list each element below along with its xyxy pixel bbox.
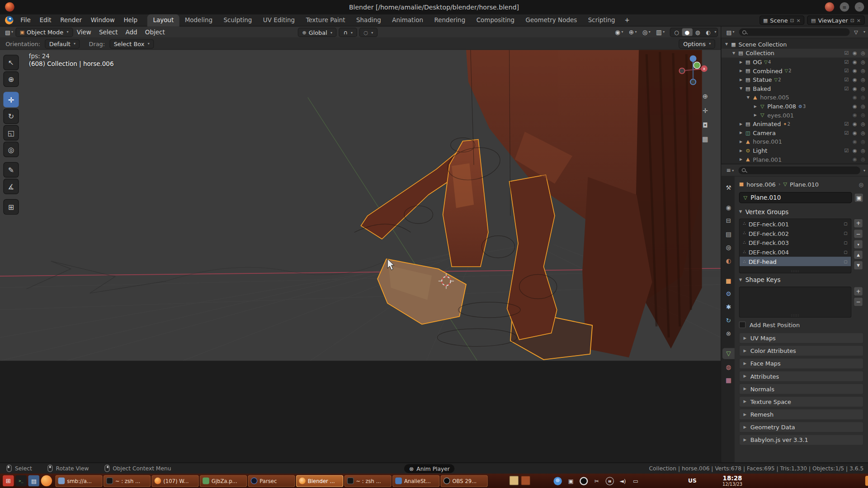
hide-viewport-toggle[interactable]: ◉ [853, 50, 857, 56]
hide-viewport-toggle[interactable]: ◉ [853, 157, 857, 162]
lock-icon[interactable]: ▢ [844, 221, 848, 226]
disable-render-toggle[interactable]: ◎ [861, 94, 865, 100]
taskbar-window-parsec[interactable]: Parsec [248, 475, 295, 487]
section-babylon-js-ver-3-3-1[interactable]: ▶Babylon.js ver 3.3.1 [739, 434, 864, 445]
viewport-canvas[interactable] [0, 50, 721, 361]
lock-icon[interactable]: ▢ [844, 231, 848, 235]
obs-tray-icon[interactable] [580, 477, 588, 485]
properties-editor-type-button[interactable]: ≡▾ [724, 165, 736, 175]
proportional-editing-button[interactable]: ◌▾ [359, 28, 378, 37]
properties-tab-scene[interactable]: ◎ [722, 242, 735, 253]
viewport-menu-object[interactable]: Object [141, 27, 169, 38]
shading-wireframe-button[interactable]: ○ [671, 28, 682, 36]
vertex-group-specials-button[interactable]: ▾ [854, 239, 863, 249]
exclude-checkbox[interactable]: ☑ [844, 77, 849, 82]
tool-select-box[interactable]: ↖ [3, 55, 19, 70]
blender-logo-icon[interactable] [5, 16, 13, 24]
gizmo-z-neg-axis[interactable] [690, 79, 696, 84]
properties-tab-tool[interactable]: ⚒ [722, 182, 735, 193]
outliner-row[interactable]: ▶▤Combined▽2☑◉◎ [722, 66, 868, 75]
resize-handle[interactable]: ::::: [791, 313, 800, 317]
disable-render-toggle[interactable]: ◎ [861, 50, 865, 56]
outliner-row[interactable]: ▶▽Plane.008⚙3◉◎ [722, 102, 868, 111]
tool-scale[interactable]: ◱ [3, 125, 19, 141]
shading-dropdown-caret[interactable]: ▾ [714, 30, 716, 34]
viewport-menu-view[interactable]: View [73, 27, 95, 38]
hide-viewport-toggle[interactable]: ◉ [853, 77, 857, 82]
taskbar-window-obs[interactable]: OBS 29... [441, 475, 488, 487]
hide-viewport-toggle[interactable]: ◉ [853, 148, 857, 153]
expand-icon[interactable]: ▶ [738, 122, 744, 126]
camera-tray-icon[interactable]: ▣ [567, 476, 575, 485]
menu-help[interactable]: Help [119, 14, 142, 26]
workspace-tab-modeling[interactable]: Modeling [179, 14, 218, 26]
tool-annotate[interactable]: ✎ [3, 162, 19, 178]
hide-viewport-toggle[interactable]: ◉ [853, 121, 857, 127]
outliner-row[interactable]: ▶▲Plane.001◉◎ [722, 155, 868, 162]
lock-icon[interactable]: ▢ [844, 240, 848, 245]
expand-icon[interactable]: ▶ [752, 104, 758, 108]
workspace-tab-compositing[interactable]: Compositing [471, 14, 520, 26]
disable-render-toggle[interactable]: ◎ [861, 121, 865, 127]
outliner-row[interactable]: ▶▤OG▽4☑◉◎ [722, 57, 868, 66]
exclude-checkbox[interactable]: ☑ [844, 130, 849, 136]
toggle-xray-button[interactable]: ▥▾ [654, 28, 667, 37]
navigation-gizmo[interactable]: x [676, 54, 709, 87]
collapse-icon[interactable]: ▼ [745, 95, 751, 100]
properties-options-caret[interactable]: ▾ [863, 168, 865, 173]
hide-viewport-toggle[interactable]: ◉ [853, 113, 857, 118]
drag-dropdown[interactable]: Select Box▾ [109, 39, 154, 48]
show-object-types-button[interactable]: ◉▾ [613, 28, 625, 37]
properties-tab-modifiers[interactable]: ⚙ [722, 288, 735, 299]
properties-tab-physics[interactable]: ↻ [722, 315, 735, 326]
properties-tab-material[interactable]: ◍ [722, 361, 735, 372]
tool-add-cube[interactable]: ⊞ [3, 199, 19, 215]
outliner-search-input[interactable] [739, 28, 849, 36]
outliner-row[interactable]: ▶⊙Light☑◉◎ [722, 146, 868, 155]
add-rest-position-checkbox[interactable] [739, 321, 746, 328]
vertex-group-item[interactable]: ∴DEF-neck.003▢ [740, 238, 851, 248]
session-indicator-icon[interactable] [825, 2, 834, 12]
section-color-attributes[interactable]: ▶Color Attributes [739, 345, 864, 356]
exclude-checkbox[interactable]: ☑ [844, 121, 849, 127]
color-swatch[interactable] [509, 476, 519, 485]
vertex-group-item[interactable]: ∴DEF-neck.004▢ [740, 247, 851, 257]
section-face-maps[interactable]: ▶Face Maps [739, 358, 864, 369]
terminal-launcher-icon[interactable]: >_ [15, 475, 26, 486]
outliner-row[interactable]: ▼▦Scene Collection [722, 40, 868, 49]
workspace-tab-uv-editing[interactable]: UV Editing [258, 14, 301, 26]
outliner-row[interactable]: ▶▽eyes.001◉◎ [722, 111, 868, 120]
outliner-row[interactable]: ▶▲horse.001◉◎ [722, 137, 868, 146]
scene-selector[interactable]: ▦ Scene ⊡ × [759, 15, 804, 25]
disable-render-toggle[interactable]: ◎ [861, 113, 865, 118]
shading-material-preview-button[interactable]: ◍ [693, 28, 703, 36]
workspace-tab-sculpting[interactable]: Sculpting [218, 14, 257, 26]
scissors-tray-icon[interactable]: ✂ [593, 476, 600, 485]
exclude-checkbox[interactable]: ☑ [844, 86, 849, 91]
expand-icon[interactable]: ▶ [738, 131, 744, 135]
disable-render-toggle[interactable]: ◎ [861, 148, 865, 153]
outliner-editor-type-button[interactable]: ▤▾ [724, 28, 737, 37]
zoom-button[interactable]: ⊕ [701, 92, 710, 101]
remove-vertex-group-button[interactable]: − [854, 229, 863, 239]
workspace-tab-shading[interactable]: Shading [351, 14, 387, 26]
hide-viewport-toggle[interactable]: ◉ [853, 68, 857, 74]
pause-tray-icon[interactable]: ▮▮ [606, 477, 614, 485]
taskbar-window-blender[interactable]: Blender ... [296, 475, 343, 487]
shading-solid-button[interactable]: ● [682, 28, 692, 36]
menu-render[interactable]: Render [56, 14, 86, 26]
exclude-checkbox[interactable]: ☑ [844, 59, 849, 65]
viewport-menu-add[interactable]: Add [122, 27, 141, 38]
section-uv-maps[interactable]: ▶UV Maps [739, 333, 864, 343]
shading-rendered-button[interactable]: ◐ [703, 28, 713, 36]
show-gizmos-button[interactable]: ⊕▾ [627, 28, 639, 37]
color-swatch[interactable] [521, 476, 530, 485]
add-workspace-button[interactable]: + [621, 14, 633, 26]
app-menu-launcher-icon[interactable]: ⊞ [3, 475, 14, 486]
workspace-tab-rendering[interactable]: Rendering [429, 14, 471, 26]
workspace-tab-layout[interactable]: Layout [147, 14, 179, 26]
horse-mid-leg[interactable] [507, 175, 557, 340]
disable-render-toggle[interactable]: ◎ [861, 130, 865, 136]
transform-orientation-dropdown[interactable]: ⊕ Global▾ [298, 28, 337, 37]
menu-file[interactable]: File [16, 14, 35, 26]
